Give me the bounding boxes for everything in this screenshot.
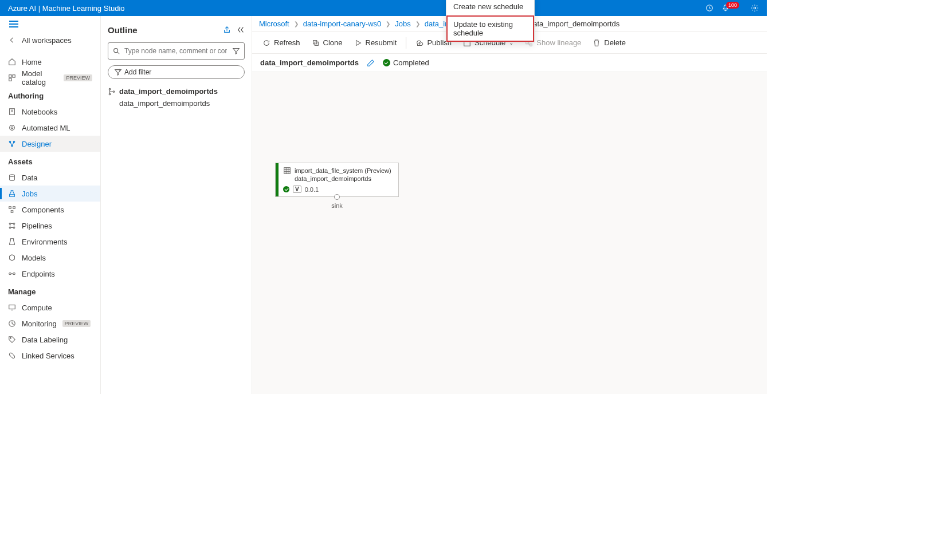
svg-point-23: [10, 338, 11, 339]
outline-title: Outline: [108, 25, 138, 35]
svg-point-26: [109, 93, 111, 95]
svg-point-1: [754, 7, 756, 9]
outline-panel: Outline Add filter data_import_demoimpor…: [101, 16, 252, 394]
node-version: 0.0.1: [305, 186, 319, 193]
share-icon[interactable]: [223, 26, 231, 34]
sidebar-jobs[interactable]: Jobs: [0, 186, 100, 202]
job-header: data_import_demoimportds Completed Creat…: [252, 54, 767, 72]
resubmit-button[interactable]: Resubmit: [348, 34, 403, 52]
sidebar-model-catalog[interactable]: Model catalog PREVIEW: [0, 70, 100, 86]
svg-rect-33: [530, 44, 532, 46]
top-bar: Azure AI | Machine Learning Studio 100: [0, 0, 767, 16]
models-icon: [8, 254, 16, 262]
link-icon: [8, 352, 16, 360]
svg-rect-13: [13, 207, 15, 209]
port-label: sink: [276, 202, 398, 209]
section-assets: Assets: [0, 152, 100, 169]
svg-point-16: [13, 223, 15, 224]
filter-icon[interactable]: [232, 47, 240, 55]
notebook-icon: [8, 108, 16, 116]
add-filter-button[interactable]: Add filter: [108, 65, 245, 79]
node-title: import_data_file_system (Preview): [295, 167, 391, 174]
catalog-icon: [8, 74, 16, 82]
svg-point-27: [113, 90, 115, 92]
outline-search-input[interactable]: [108, 42, 245, 60]
sidebar-endpoints[interactable]: Endpoints: [0, 266, 100, 282]
svg-point-6: [10, 125, 15, 131]
svg-rect-14: [11, 211, 13, 213]
preview-badge: PREVIEW: [62, 320, 91, 327]
back-arrow-icon: [8, 36, 16, 44]
tree-icon: [108, 88, 116, 96]
clone-icon: [312, 39, 320, 47]
chevron-right-icon: ❯: [294, 21, 299, 27]
clone-button[interactable]: Clone: [306, 34, 348, 52]
svg-point-20: [13, 273, 15, 275]
automl-icon: [8, 124, 16, 132]
sidebar-designer[interactable]: Designer: [0, 136, 100, 152]
hamburger-icon[interactable]: [9, 21, 18, 27]
svg-rect-4: [9, 78, 11, 81]
delete-button[interactable]: Delete: [587, 34, 632, 52]
trash-icon: [593, 39, 601, 47]
job-name: data_import_demoimportds: [260, 58, 359, 67]
chevron-right-icon: ❯: [386, 21, 390, 27]
table-icon: [283, 167, 291, 175]
toolbar-separator: [406, 37, 406, 49]
data-icon: [8, 173, 16, 182]
version-chip: V: [293, 186, 301, 193]
sidebar-monitoring[interactable]: Monitoring PREVIEW: [0, 316, 100, 332]
clock-icon[interactable]: [705, 4, 713, 12]
collapse-icon[interactable]: [237, 26, 245, 34]
sidebar-models[interactable]: Models: [0, 250, 100, 266]
all-workspaces-link[interactable]: All workspaces: [0, 32, 100, 48]
labeling-icon: [8, 336, 16, 344]
update-schedule-item[interactable]: Update to existing schedule: [446, 15, 534, 42]
svg-point-19: [9, 273, 11, 275]
sidebar-linked-services[interactable]: Linked Services: [0, 348, 100, 364]
sidebar-environments[interactable]: Environments: [0, 234, 100, 250]
create-schedule-item[interactable]: Create new schedule: [446, 0, 534, 15]
sidebar-automated-ml[interactable]: Automated ML: [0, 120, 100, 136]
sidebar-pipelines[interactable]: Pipelines: [0, 218, 100, 234]
crumb-jobs[interactable]: Jobs: [395, 19, 410, 28]
home-icon: [8, 58, 16, 66]
tree-child[interactable]: data_import_demoimportds: [108, 99, 245, 108]
crumb-workspace[interactable]: data-import-canary-ws0: [303, 19, 382, 28]
section-manage: Manage: [0, 282, 100, 299]
environments-icon: [8, 238, 16, 246]
svg-point-15: [9, 223, 11, 224]
svg-point-7: [11, 127, 13, 129]
refresh-button[interactable]: Refresh: [257, 34, 306, 52]
components-icon: [8, 206, 16, 214]
output-port[interactable]: [334, 194, 340, 200]
sidebar-compute[interactable]: Compute: [0, 299, 100, 316]
svg-rect-2: [9, 75, 11, 77]
sidebar-notebooks[interactable]: Notebooks: [0, 104, 100, 120]
compute-icon: [8, 303, 16, 311]
preview-badge: PREVIEW: [64, 74, 92, 81]
crumb-current: data_import_demoimportds: [529, 19, 619, 28]
status-success-icon: [383, 59, 390, 66]
tree-root[interactable]: data_import_demoimportds: [108, 87, 245, 96]
gear-icon[interactable]: [751, 4, 759, 12]
monitoring-icon: [8, 320, 16, 328]
canvas[interactable]: import_data_file_system (Preview) data_i…: [252, 72, 767, 394]
sidebar-data[interactable]: Data: [0, 169, 100, 186]
sidebar-components[interactable]: Components: [0, 202, 100, 218]
main-area: Microsoft❯ data-import-canary-ws0❯ Jobs❯…: [252, 16, 767, 394]
play-icon: [354, 39, 362, 47]
crumb-microsoft[interactable]: Microsoft: [259, 19, 289, 28]
sidebar-data-labeling[interactable]: Data Labeling: [0, 332, 100, 348]
job-status: Completed: [383, 58, 429, 67]
endpoints-icon: [8, 270, 16, 278]
add-filter-icon: [114, 68, 122, 76]
chevron-right-icon: ❯: [415, 21, 420, 27]
svg-point-18: [13, 227, 15, 228]
sidebar-home[interactable]: Home: [0, 54, 100, 70]
schedule-dropdown: Create new schedule Update to existing s…: [446, 0, 535, 42]
designer-icon: [8, 140, 16, 148]
edit-icon[interactable]: [367, 59, 375, 67]
node-status-icon: [283, 186, 289, 192]
pipeline-node[interactable]: import_data_file_system (Preview) data_i…: [275, 163, 399, 197]
